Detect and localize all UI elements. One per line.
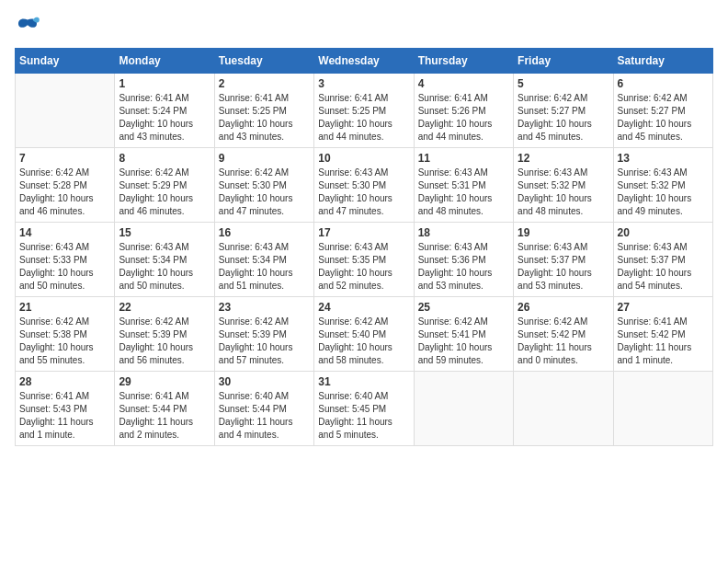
calendar-day-cell: 20Sunrise: 6:43 AM Sunset: 5:37 PM Dayli… <box>613 223 712 297</box>
calendar-day-cell: 4Sunrise: 6:41 AM Sunset: 5:26 PM Daylig… <box>414 74 513 148</box>
calendar-day-cell: 22Sunrise: 6:42 AM Sunset: 5:39 PM Dayli… <box>115 297 214 372</box>
day-number: 23 <box>219 301 310 314</box>
day-info: Sunrise: 6:43 AM Sunset: 5:37 PM Dayligh… <box>518 241 609 293</box>
calendar-week-row: 7Sunrise: 6:42 AM Sunset: 5:28 PM Daylig… <box>16 148 713 223</box>
day-info: Sunrise: 6:42 AM Sunset: 5:42 PM Dayligh… <box>518 316 609 367</box>
day-number: 15 <box>119 226 210 239</box>
day-number: 1 <box>119 77 210 90</box>
day-number: 14 <box>19 226 110 239</box>
day-info: Sunrise: 6:40 AM Sunset: 5:45 PM Dayligh… <box>318 390 409 442</box>
day-info: Sunrise: 6:43 AM Sunset: 5:37 PM Dayligh… <box>618 241 709 293</box>
day-info: Sunrise: 6:42 AM Sunset: 5:39 PM Dayligh… <box>219 316 310 367</box>
calendar-week-row: 1Sunrise: 6:41 AM Sunset: 5:24 PM Daylig… <box>16 74 713 148</box>
day-number: 2 <box>219 77 310 90</box>
day-info: Sunrise: 6:42 AM Sunset: 5:40 PM Dayligh… <box>318 316 409 367</box>
calendar-day-cell <box>613 372 712 446</box>
calendar-day-cell: 17Sunrise: 6:43 AM Sunset: 5:35 PM Dayli… <box>314 223 414 297</box>
day-info: Sunrise: 6:42 AM Sunset: 5:30 PM Dayligh… <box>219 167 310 218</box>
calendar-day-cell <box>414 372 513 446</box>
calendar-day-cell: 21Sunrise: 6:42 AM Sunset: 5:38 PM Dayli… <box>16 297 115 372</box>
calendar-day-cell: 6Sunrise: 6:42 AM Sunset: 5:27 PM Daylig… <box>613 74 712 148</box>
page-header <box>15 15 713 40</box>
day-info: Sunrise: 6:41 AM Sunset: 5:24 PM Dayligh… <box>119 92 210 144</box>
calendar-day-cell: 11Sunrise: 6:43 AM Sunset: 5:31 PM Dayli… <box>414 148 513 223</box>
calendar-day-cell: 14Sunrise: 6:43 AM Sunset: 5:33 PM Dayli… <box>16 223 115 297</box>
day-info: Sunrise: 6:42 AM Sunset: 5:38 PM Dayligh… <box>19 316 110 367</box>
calendar-day-cell: 25Sunrise: 6:42 AM Sunset: 5:41 PM Dayli… <box>414 297 513 372</box>
day-info: Sunrise: 6:43 AM Sunset: 5:34 PM Dayligh… <box>219 241 310 293</box>
calendar-day-cell: 1Sunrise: 6:41 AM Sunset: 5:24 PM Daylig… <box>115 74 214 148</box>
day-number: 10 <box>318 152 409 165</box>
day-info: Sunrise: 6:43 AM Sunset: 5:34 PM Dayligh… <box>119 241 210 293</box>
day-number: 19 <box>518 226 609 239</box>
day-number: 25 <box>418 301 509 314</box>
day-number: 21 <box>19 301 110 314</box>
day-info: Sunrise: 6:41 AM Sunset: 5:25 PM Dayligh… <box>318 92 409 144</box>
day-info: Sunrise: 6:43 AM Sunset: 5:33 PM Dayligh… <box>19 241 110 293</box>
day-info: Sunrise: 6:43 AM Sunset: 5:31 PM Dayligh… <box>418 167 509 218</box>
day-number: 11 <box>418 152 509 165</box>
day-number: 29 <box>119 375 210 388</box>
day-info: Sunrise: 6:41 AM Sunset: 5:44 PM Dayligh… <box>119 390 210 442</box>
calendar-table: SundayMondayTuesdayWednesdayThursdayFrid… <box>15 48 713 446</box>
calendar-day-cell: 16Sunrise: 6:43 AM Sunset: 5:34 PM Dayli… <box>214 223 313 297</box>
day-number: 28 <box>19 375 110 388</box>
day-number: 27 <box>618 301 709 314</box>
calendar-day-cell: 5Sunrise: 6:42 AM Sunset: 5:27 PM Daylig… <box>514 74 613 148</box>
day-number: 7 <box>19 152 110 165</box>
day-info: Sunrise: 6:42 AM Sunset: 5:27 PM Dayligh… <box>618 92 709 144</box>
calendar-day-header: Saturday <box>613 49 712 74</box>
day-info: Sunrise: 6:43 AM Sunset: 5:36 PM Dayligh… <box>418 241 509 293</box>
calendar-day-cell: 2Sunrise: 6:41 AM Sunset: 5:25 PM Daylig… <box>214 74 313 148</box>
calendar-day-cell: 24Sunrise: 6:42 AM Sunset: 5:40 PM Dayli… <box>314 297 414 372</box>
day-info: Sunrise: 6:40 AM Sunset: 5:44 PM Dayligh… <box>219 390 310 442</box>
calendar-day-header: Monday <box>115 49 214 74</box>
day-info: Sunrise: 6:41 AM Sunset: 5:26 PM Dayligh… <box>418 92 509 144</box>
day-number: 24 <box>318 301 409 314</box>
day-number: 20 <box>618 226 709 239</box>
day-info: Sunrise: 6:42 AM Sunset: 5:29 PM Dayligh… <box>119 167 210 218</box>
calendar-day-cell: 3Sunrise: 6:41 AM Sunset: 5:25 PM Daylig… <box>314 74 414 148</box>
day-number: 4 <box>418 77 509 90</box>
calendar-week-row: 28Sunrise: 6:41 AM Sunset: 5:43 PM Dayli… <box>16 372 713 446</box>
calendar-header-row: SundayMondayTuesdayWednesdayThursdayFrid… <box>16 49 713 74</box>
calendar-day-cell: 15Sunrise: 6:43 AM Sunset: 5:34 PM Dayli… <box>115 223 214 297</box>
calendar-day-cell: 28Sunrise: 6:41 AM Sunset: 5:43 PM Dayli… <box>16 372 115 446</box>
day-info: Sunrise: 6:42 AM Sunset: 5:39 PM Dayligh… <box>119 316 210 367</box>
day-info: Sunrise: 6:41 AM Sunset: 5:43 PM Dayligh… <box>19 390 110 442</box>
calendar-day-cell: 19Sunrise: 6:43 AM Sunset: 5:37 PM Dayli… <box>514 223 613 297</box>
calendar-day-cell: 9Sunrise: 6:42 AM Sunset: 5:30 PM Daylig… <box>214 148 313 223</box>
day-number: 6 <box>618 77 709 90</box>
day-info: Sunrise: 6:41 AM Sunset: 5:42 PM Dayligh… <box>618 316 709 367</box>
day-number: 13 <box>618 152 709 165</box>
calendar-day-header: Thursday <box>414 49 513 74</box>
day-info: Sunrise: 6:43 AM Sunset: 5:32 PM Dayligh… <box>618 167 709 218</box>
calendar-day-cell: 31Sunrise: 6:40 AM Sunset: 5:45 PM Dayli… <box>314 372 414 446</box>
logo-icon <box>15 15 40 40</box>
calendar-day-header: Wednesday <box>314 49 414 74</box>
calendar-day-cell: 10Sunrise: 6:43 AM Sunset: 5:30 PM Dayli… <box>314 148 414 223</box>
calendar-week-row: 14Sunrise: 6:43 AM Sunset: 5:33 PM Dayli… <box>16 223 713 297</box>
calendar-day-cell <box>16 74 115 148</box>
calendar-day-cell: 13Sunrise: 6:43 AM Sunset: 5:32 PM Dayli… <box>613 148 712 223</box>
day-number: 26 <box>518 301 609 314</box>
calendar-day-cell: 7Sunrise: 6:42 AM Sunset: 5:28 PM Daylig… <box>16 148 115 223</box>
calendar-day-cell: 23Sunrise: 6:42 AM Sunset: 5:39 PM Dayli… <box>214 297 313 372</box>
day-info: Sunrise: 6:43 AM Sunset: 5:32 PM Dayligh… <box>518 167 609 218</box>
day-info: Sunrise: 6:43 AM Sunset: 5:35 PM Dayligh… <box>318 241 409 293</box>
calendar-day-cell: 18Sunrise: 6:43 AM Sunset: 5:36 PM Dayli… <box>414 223 513 297</box>
calendar-day-cell: 26Sunrise: 6:42 AM Sunset: 5:42 PM Dayli… <box>514 297 613 372</box>
day-info: Sunrise: 6:41 AM Sunset: 5:25 PM Dayligh… <box>219 92 310 144</box>
day-number: 9 <box>219 152 310 165</box>
day-number: 30 <box>219 375 310 388</box>
day-number: 31 <box>318 375 409 388</box>
calendar-day-cell: 12Sunrise: 6:43 AM Sunset: 5:32 PM Dayli… <box>514 148 613 223</box>
day-number: 16 <box>219 226 310 239</box>
day-info: Sunrise: 6:43 AM Sunset: 5:30 PM Dayligh… <box>318 167 409 218</box>
day-info: Sunrise: 6:42 AM Sunset: 5:28 PM Dayligh… <box>19 167 110 218</box>
calendar-day-cell <box>514 372 613 446</box>
calendar-day-header: Friday <box>514 49 613 74</box>
day-info: Sunrise: 6:42 AM Sunset: 5:41 PM Dayligh… <box>418 316 509 367</box>
day-number: 18 <box>418 226 509 239</box>
logo <box>15 15 44 40</box>
